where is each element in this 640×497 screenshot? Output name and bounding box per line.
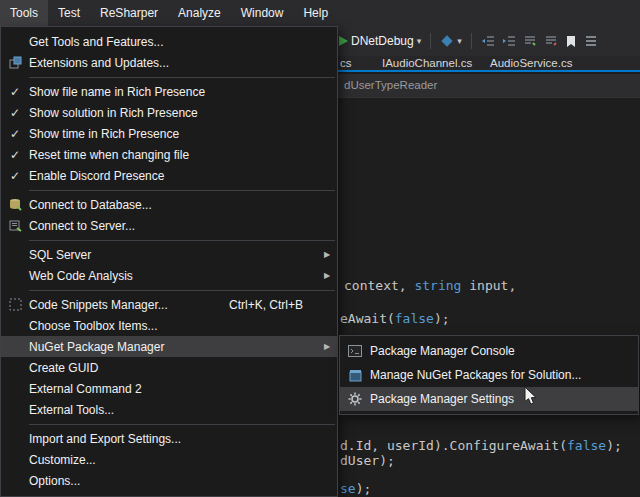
console-icon bbox=[340, 345, 370, 357]
toggle-bookmark-button[interactable] bbox=[565, 35, 577, 48]
menu-item-label: Code Snippets Manager... bbox=[29, 298, 229, 312]
comment-button[interactable] bbox=[523, 35, 537, 47]
decrease-indent-button[interactable] bbox=[481, 35, 495, 47]
menu-item-reset-time-when-changing-file[interactable]: ✓ Reset time when changing file bbox=[1, 144, 337, 165]
menu-item-label: NuGet Package Manager bbox=[29, 340, 317, 354]
package-icon bbox=[340, 369, 370, 382]
menu-separator bbox=[29, 424, 335, 425]
menu-item-label: Reset time when changing file bbox=[29, 148, 317, 162]
menu-item-label: Choose Toolbox Items... bbox=[29, 319, 317, 333]
debug-target-label: DNetDebug bbox=[351, 34, 414, 48]
menu-item-customize[interactable]: Customize... bbox=[1, 449, 337, 470]
check-icon: ✓ bbox=[1, 148, 29, 162]
menu-item-create-guid[interactable]: Create GUID bbox=[1, 357, 337, 378]
document-tab-audioservice[interactable]: AudioService.cs bbox=[490, 57, 572, 69]
bookmark-list-button[interactable] bbox=[584, 35, 598, 47]
uncomment-button[interactable] bbox=[544, 35, 558, 47]
menu-item-connect-to-server[interactable]: Connect to Server... bbox=[1, 215, 337, 236]
menu-item-label: Show file name in Rich Presence bbox=[29, 85, 317, 99]
document-tab-iaudiochannel[interactable]: IAudioChannel.cs bbox=[382, 57, 472, 69]
code-keyword: false bbox=[395, 311, 434, 326]
menubar-item-tools[interactable]: Tools bbox=[0, 0, 48, 26]
menu-item-show-time-rich-presence[interactable]: ✓ Show time in Rich Presence bbox=[1, 123, 337, 144]
document-tab[interactable]: cs bbox=[340, 57, 352, 69]
main-toolbar-content: DNetDebug ▾ ▾ bbox=[339, 26, 598, 56]
menu-item-extensions-and-updates[interactable]: Extensions and Updates... bbox=[1, 52, 337, 73]
menubar-item-label: ReSharper bbox=[100, 6, 158, 20]
menubar-item-label: Tools bbox=[10, 6, 38, 20]
chevron-down-icon: ▾ bbox=[417, 36, 422, 46]
menu-item-label: Show solution in Rich Presence bbox=[29, 106, 317, 120]
code-keyword: se bbox=[340, 481, 356, 496]
tool-dropdown-button[interactable]: ▾ bbox=[440, 34, 462, 48]
menu-item-import-export-settings[interactable]: Import and Export Settings... bbox=[1, 428, 337, 449]
submenu-item-package-manager-settings[interactable]: Package Manager Settings bbox=[340, 387, 638, 411]
submenu-arrow-icon: ▶ bbox=[317, 271, 337, 280]
menu-item-show-solution-rich-presence[interactable]: ✓ Show solution in Rich Presence bbox=[1, 102, 337, 123]
menu-item-nuget-package-manager[interactable]: NuGet Package Manager ▶ bbox=[1, 336, 337, 357]
menubar-item-analyze[interactable]: Analyze bbox=[168, 0, 231, 26]
submenu-item-label: Manage NuGet Packages for Solution... bbox=[370, 368, 638, 382]
menubar-item-help[interactable]: Help bbox=[293, 0, 338, 26]
code-line: se); bbox=[340, 481, 371, 497]
increase-indent-icon bbox=[502, 35, 516, 47]
menu-item-sql-server[interactable]: SQL Server ▶ bbox=[1, 244, 337, 265]
menu-item-web-code-analysis[interactable]: Web Code Analysis ▶ bbox=[1, 265, 337, 286]
code-text: dUser); bbox=[340, 453, 395, 468]
bookmark-icon bbox=[565, 35, 577, 48]
menu-separator bbox=[29, 290, 335, 291]
start-debug-button[interactable]: DNetDebug ▾ bbox=[339, 34, 421, 48]
menu-separator bbox=[29, 190, 335, 191]
code-text: ); bbox=[356, 481, 372, 496]
menu-item-enable-discord-presence[interactable]: ✓ Enable Discord Presence bbox=[1, 165, 337, 186]
menu-separator bbox=[29, 77, 335, 78]
breadcrumb[interactable]: dUserTypeReader bbox=[344, 79, 437, 91]
menu-separator bbox=[29, 240, 335, 241]
menu-item-label: SQL Server bbox=[29, 248, 317, 262]
menu-item-options[interactable]: Options... bbox=[1, 470, 337, 491]
snippets-icon bbox=[1, 298, 29, 311]
code-text: ); bbox=[606, 438, 622, 453]
menu-item-label: Customize... bbox=[29, 453, 317, 467]
code-text: context, bbox=[344, 278, 414, 293]
menubar-item-test[interactable]: Test bbox=[48, 0, 90, 26]
submenu-arrow-icon: ▶ bbox=[317, 342, 337, 351]
code-text: eAwait( bbox=[340, 311, 395, 326]
check-icon: ✓ bbox=[1, 127, 29, 141]
menubar-item-label: Window bbox=[241, 6, 284, 20]
submenu-arrow-icon: ▶ bbox=[317, 250, 337, 259]
menu-item-label: Options... bbox=[29, 474, 317, 488]
menu-item-label: Extensions and Updates... bbox=[29, 56, 317, 70]
menu-item-show-file-name-rich-presence[interactable]: ✓ Show file name in Rich Presence bbox=[1, 81, 337, 102]
menubar-item-resharper[interactable]: ReSharper bbox=[90, 0, 168, 26]
menu-item-label: External Command 2 bbox=[29, 382, 317, 396]
comment-icon bbox=[523, 35, 537, 47]
gear-icon bbox=[340, 392, 370, 406]
menu-item-external-tools[interactable]: External Tools... bbox=[1, 399, 337, 420]
list-icon bbox=[584, 35, 598, 47]
submenu-item-package-manager-console[interactable]: Package Manager Console bbox=[340, 339, 638, 363]
chevron-down-icon: ▾ bbox=[457, 36, 462, 46]
menu-item-choose-toolbox-items[interactable]: Choose Toolbox Items... bbox=[1, 315, 337, 336]
increase-indent-button[interactable] bbox=[502, 35, 516, 47]
uncomment-icon bbox=[544, 35, 558, 47]
menu-item-external-command-2[interactable]: External Command 2 bbox=[1, 378, 337, 399]
menu-item-connect-to-database[interactable]: Connect to Database... bbox=[1, 194, 337, 215]
menu-item-get-tools-and-features[interactable]: Get Tools and Features... bbox=[1, 31, 337, 52]
submenu-item-label: Package Manager Settings bbox=[370, 392, 638, 406]
menu-item-code-snippets-manager[interactable]: Code Snippets Manager... Ctrl+K, Ctrl+B bbox=[1, 294, 337, 315]
database-icon bbox=[1, 198, 29, 211]
menu-item-label: External Tools... bbox=[29, 403, 317, 417]
submenu-item-label: Package Manager Console bbox=[370, 344, 638, 358]
decrease-indent-icon bbox=[481, 35, 495, 47]
check-icon: ✓ bbox=[1, 85, 29, 99]
mouse-cursor bbox=[524, 386, 537, 406]
menu-item-label: Connect to Database... bbox=[29, 198, 317, 212]
check-icon: ✓ bbox=[1, 169, 29, 183]
server-icon bbox=[1, 219, 29, 232]
menu-bar: Tools Test ReSharper Analyze Window Help bbox=[0, 0, 640, 26]
nuget-package-manager-submenu: Package Manager Console Manage NuGet Pac… bbox=[339, 335, 639, 415]
code-line: dUser); bbox=[340, 453, 395, 469]
submenu-item-manage-nuget-packages-solution[interactable]: Manage NuGet Packages for Solution... bbox=[340, 363, 638, 387]
menubar-item-window[interactable]: Window bbox=[231, 0, 294, 26]
